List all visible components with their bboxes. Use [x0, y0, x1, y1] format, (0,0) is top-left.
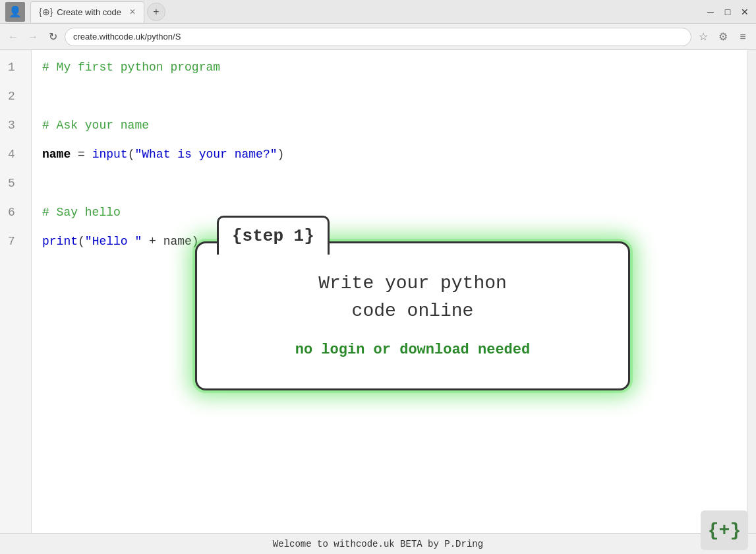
line-num-1: 1	[8, 53, 23, 82]
line-num-2: 2	[8, 82, 23, 111]
new-tab-button[interactable]: +	[147, 3, 165, 21]
line-numbers: 1 2 3 4 5 6 7	[0, 50, 32, 533]
extensions-icon[interactable]: ⚙	[715, 29, 731, 45]
addressbar: ← → ↻ create.withcode.uk/python/S ☆ ⚙ ≡	[0, 24, 756, 50]
profile-icon: 👤	[5, 2, 25, 22]
window-controls: ─ □ ✕	[705, 6, 751, 18]
line-num-4: 4	[8, 140, 23, 169]
code-line-4: name = input("What is your name?")	[42, 140, 736, 169]
code-editor[interactable]: # My first python program # Ask your nam…	[32, 50, 747, 533]
line-num-5: 5	[8, 169, 23, 198]
url-bar[interactable]: create.withcode.uk/python/S	[65, 28, 691, 46]
step-main-text: Write your pythoncode online	[223, 270, 602, 325]
code-line-6: # Say hello	[42, 198, 736, 227]
bookmark-icon[interactable]: ☆	[695, 29, 711, 45]
minimize-button[interactable]: ─	[705, 6, 716, 18]
code-line-5	[42, 169, 736, 198]
scrollbar-track[interactable]	[747, 50, 756, 533]
code-line-3: # Ask your name	[42, 111, 736, 140]
tab-close-button[interactable]: ✕	[129, 7, 136, 16]
step-sub-text: no login or download needed	[223, 336, 602, 365]
titlebar-left: 👤 {⊕} Create with code ✕ +	[5, 1, 705, 22]
step-overlay: {step 1} Write your pythoncode online no…	[195, 241, 630, 390]
back-button[interactable]: ←	[5, 29, 21, 45]
tab-label: Create with code	[57, 7, 121, 17]
status-text: Welcome to withcode.uk BETA by P.Dring	[273, 539, 483, 549]
titlebar: 👤 {⊕} Create with code ✕ + ─ □ ✕	[0, 0, 756, 24]
line-num-7: 7	[8, 227, 23, 256]
line-num-6: 6	[8, 198, 23, 227]
bottom-widget[interactable]: {+}	[701, 510, 748, 550]
refresh-button[interactable]: ↻	[45, 29, 61, 45]
line-num-3: 3	[8, 111, 23, 140]
code-line-1: # My first python program	[42, 53, 736, 82]
code-line-2	[42, 82, 736, 111]
browser-tab[interactable]: {⊕} Create with code ✕	[30, 1, 144, 22]
tab-icon: {⊕}	[39, 7, 53, 17]
close-button[interactable]: ✕	[739, 6, 751, 18]
step-tab: {step 1}	[217, 216, 330, 255]
url-text: create.withcode.uk/python/S	[73, 32, 683, 42]
bottom-bar: Welcome to withcode.uk BETA by P.Dring {…	[0, 533, 756, 554]
forward-button[interactable]: →	[25, 29, 41, 45]
restore-button[interactable]: □	[722, 6, 734, 18]
menu-icon[interactable]: ≡	[735, 29, 751, 45]
main-content: 1 2 3 4 5 6 7 # My first python program …	[0, 50, 756, 533]
